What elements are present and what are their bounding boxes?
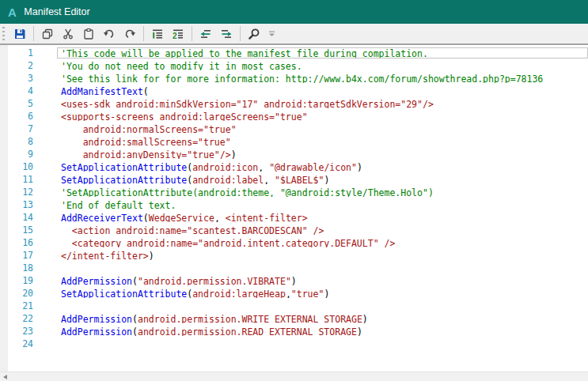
code-text: SetApplicationAttribute(android:icon, "@… xyxy=(57,161,588,172)
code-text: AddPermission("android.permission.VIBRAT… xyxy=(57,275,588,286)
code-line[interactable]: 18 xyxy=(0,262,588,274)
horizontal-scrollbar[interactable] xyxy=(0,372,588,381)
scroll-left-button[interactable] xyxy=(1,373,9,381)
code-line[interactable]: 4AddManifestText( xyxy=(0,85,588,97)
line-number: 24 xyxy=(0,338,33,350)
code-line[interactable]: 10SetApplicationAttribute(android:icon, … xyxy=(0,160,588,173)
code-text: 'End of default text. xyxy=(57,199,588,210)
code-line[interactable]: 9 android:anyDensity="true"/>) xyxy=(0,148,588,160)
line-number: 13 xyxy=(0,198,33,211)
line-number: 10 xyxy=(0,160,33,173)
code-text: 'See this link for for more information:… xyxy=(57,73,588,84)
code-line[interactable]: 17</intent-filter>) xyxy=(0,249,588,262)
toolbar: 2 xyxy=(0,24,588,45)
toolbar-separator xyxy=(143,26,144,41)
window-title: Manifest Editor xyxy=(24,6,89,17)
line-number: 7 xyxy=(0,123,33,135)
line-number: 11 xyxy=(0,173,33,186)
code-line[interactable]: 15 <action android:name="scantest.BARCOD… xyxy=(0,224,588,236)
code-line[interactable]: 19AddPermission("android.permission.VIBR… xyxy=(0,274,588,287)
code-text: AddPermission(android.permission.READ_EX… xyxy=(57,326,588,337)
line-number: 15 xyxy=(0,224,33,236)
code-editor[interactable]: 1'This code will be applied to the manif… xyxy=(0,45,588,372)
copy-icon xyxy=(41,28,54,40)
comment-button[interactable] xyxy=(148,25,167,43)
scroll-left-icon xyxy=(3,375,7,379)
line-number: 22 xyxy=(0,312,33,325)
code-text: android:anyDensity="true"/>) xyxy=(57,149,588,160)
line-number: 2 xyxy=(0,59,33,72)
line-number: 16 xyxy=(0,236,33,249)
code-line[interactable]: 3'See this link for for more information… xyxy=(0,72,588,85)
find-button[interactable] xyxy=(245,25,264,43)
code-line[interactable]: 5<uses-sdk android:minSdkVersion="17" an… xyxy=(0,97,588,110)
line-number: 18 xyxy=(0,262,33,274)
code-text: AddReceiverText(WedgeService, <intent-fi… xyxy=(57,212,588,223)
code-line[interactable]: 23AddPermission(android.permission.READ_… xyxy=(0,325,588,338)
chevron-down-icon xyxy=(268,28,275,40)
line-number: 17 xyxy=(0,249,33,262)
toolbar-grip[interactable] xyxy=(2,27,5,41)
code-text: 'SetApplicationAttribute(android:theme, … xyxy=(57,187,588,198)
line-number: 20 xyxy=(0,287,33,300)
code-text: <action android:name="scantest.BARCODESC… xyxy=(57,224,588,236)
line-number: 19 xyxy=(0,274,33,287)
code-text: AddPermission(android.permission.WRITE_E… xyxy=(57,313,588,324)
code-line[interactable]: 13'End of default text. xyxy=(0,198,588,211)
code-line[interactable]: 21 xyxy=(0,300,588,312)
undo-button[interactable] xyxy=(100,25,119,43)
redo-icon xyxy=(123,28,136,40)
code-line[interactable]: 22AddPermission(android.permission.WRITE… xyxy=(0,312,588,325)
indent-icon xyxy=(220,28,233,40)
outdent-button[interactable] xyxy=(196,25,215,43)
code-text: SetApplicationAttribute(android:largeHea… xyxy=(57,288,588,299)
code-line[interactable]: 8 android:smallScreens="true" xyxy=(0,135,588,148)
line-number: 12 xyxy=(0,186,33,198)
toolbar-separator xyxy=(33,26,34,41)
code-line[interactable]: 14AddReceiverText(WedgeService, <intent-… xyxy=(0,211,588,224)
cut-button[interactable] xyxy=(59,25,78,43)
line-number: 9 xyxy=(0,148,33,160)
code-text: <category android:name="android.intent.c… xyxy=(57,237,588,248)
code-text: android:smallScreens="true" xyxy=(57,136,588,147)
undo-icon xyxy=(103,28,116,40)
code-text xyxy=(57,338,588,349)
indent-button[interactable] xyxy=(217,25,236,43)
uncomment-button[interactable]: 2 xyxy=(169,25,188,43)
line-number: 21 xyxy=(0,300,33,312)
save-button[interactable] xyxy=(10,25,29,43)
window-titlebar: A Manifest Editor xyxy=(0,0,588,24)
code-line[interactable]: 12'SetApplicationAttribute(android:theme… xyxy=(0,186,588,198)
search-icon xyxy=(248,28,260,40)
code-text: <uses-sdk android:minSdkVersion="17" and… xyxy=(57,98,588,109)
code-line[interactable]: 2'You do not need to modify it in most c… xyxy=(0,59,588,72)
line-number: 5 xyxy=(0,97,33,110)
code-line[interactable]: 11SetApplicationAttribute(android:label,… xyxy=(0,173,588,186)
code-line[interactable]: 24 xyxy=(0,338,588,350)
code-line[interactable]: 1'This code will be applied to the manif… xyxy=(0,47,588,59)
line-number: 6 xyxy=(0,110,33,123)
paste-icon xyxy=(82,28,95,40)
line-number: 1 xyxy=(0,47,33,59)
code-lines[interactable]: 1'This code will be applied to the manif… xyxy=(0,45,588,350)
code-text xyxy=(57,262,588,273)
code-line[interactable]: 20SetApplicationAttribute(android:largeH… xyxy=(0,287,588,300)
code-text: AddManifestText( xyxy=(57,85,588,96)
code-line[interactable]: 7 android:normalScreens="true" xyxy=(0,123,588,135)
code-line[interactable]: 16 <category android:name="android.inten… xyxy=(0,236,588,249)
code-text: 'You do not need to modify it in most ca… xyxy=(57,60,588,71)
line-number: 14 xyxy=(0,211,33,224)
code-text: </intent-filter>) xyxy=(57,250,588,261)
toolbar-overflow-button[interactable] xyxy=(266,25,277,43)
redo-button[interactable] xyxy=(120,25,139,43)
comment-icon xyxy=(151,28,164,40)
save-icon xyxy=(13,28,26,40)
toolbar-separator xyxy=(240,26,241,41)
code-text: android:normalScreens="true" xyxy=(57,123,588,134)
copy-button[interactable] xyxy=(38,25,57,43)
uncomment-icon: 2 xyxy=(172,28,184,40)
code-text: <supports-screens android:largeScreens="… xyxy=(57,111,588,122)
outdent-icon xyxy=(199,28,212,40)
paste-button[interactable] xyxy=(79,25,98,43)
code-line[interactable]: 6<supports-screens android:largeScreens=… xyxy=(0,110,588,123)
